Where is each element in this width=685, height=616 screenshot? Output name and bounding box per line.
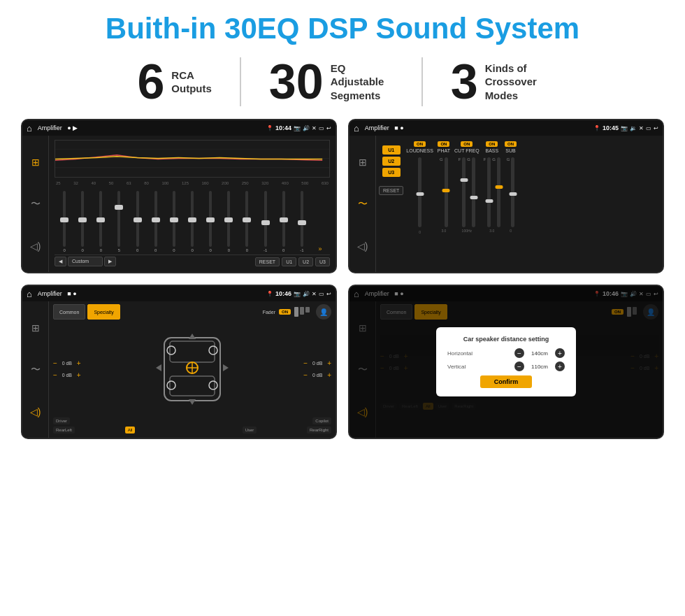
- slider-track-7[interactable]: [173, 191, 175, 247]
- slider-track-12[interactable]: [264, 191, 267, 247]
- vol-plus-rl[interactable]: +: [77, 371, 81, 379]
- sub-slider[interactable]: [509, 192, 517, 196]
- more-label[interactable]: »: [319, 245, 322, 252]
- preset-u2[interactable]: U2: [382, 157, 401, 166]
- slider-track-10[interactable]: [227, 191, 230, 247]
- slider-track-2[interactable]: [81, 191, 84, 247]
- horizontal-plus-button[interactable]: +: [555, 348, 565, 358]
- slider-track-13[interactable]: [282, 191, 285, 247]
- slider-thumb-6[interactable]: [152, 217, 160, 222]
- spk-filter-icon[interactable]: ⊞: [31, 322, 40, 334]
- slider-thumb-3[interactable]: [96, 217, 105, 222]
- slider-thumb-4[interactable]: [115, 205, 123, 210]
- crossover-reset-button[interactable]: RESET: [379, 186, 403, 195]
- slider-track-14[interactable]: [301, 191, 303, 247]
- speaker-home-icon[interactable]: ⌂: [27, 289, 32, 299]
- confirm-button[interactable]: Confirm: [480, 375, 533, 388]
- vol-minus-fl[interactable]: −: [53, 359, 57, 367]
- svg-point-8: [167, 381, 175, 389]
- freq-label-160: 160: [202, 181, 209, 185]
- slider-track-9[interactable]: [209, 191, 212, 247]
- vol-minus-fr[interactable]: −: [303, 359, 308, 367]
- driver-label[interactable]: Driver: [53, 417, 70, 424]
- slider-track-5[interactable]: [136, 191, 139, 247]
- spk-wave-icon[interactable]: 〜: [31, 364, 41, 376]
- loudness-slider[interactable]: [416, 192, 424, 196]
- slider-thumb-13[interactable]: [280, 217, 288, 222]
- next-button[interactable]: ▶: [104, 257, 116, 266]
- eq-wave-icon[interactable]: 〜: [31, 198, 41, 210]
- rearright-label[interactable]: RearRight: [307, 427, 331, 434]
- vertical-minus-button[interactable]: −: [514, 361, 524, 371]
- spk-speaker-icon[interactable]: ◁): [30, 406, 41, 417]
- cutfreq-slider[interactable]: [460, 178, 468, 182]
- u3-button[interactable]: U3: [315, 257, 330, 266]
- sub-ctrl: ON SUB G 0: [505, 141, 517, 233]
- bass-slider[interactable]: [485, 199, 493, 203]
- vol-plus-rr[interactable]: +: [327, 371, 331, 379]
- phat-slider[interactable]: [442, 189, 450, 192]
- sub-on[interactable]: ON: [505, 141, 517, 147]
- bass-slider2[interactable]: [495, 185, 503, 189]
- slider-thumb-2[interactable]: [78, 217, 87, 222]
- slider-track-1[interactable]: [63, 191, 66, 247]
- vol-val-rl: 0 dB: [59, 373, 75, 378]
- vertical-plus-button[interactable]: +: [555, 361, 565, 371]
- avatar-icon[interactable]: 👤: [316, 304, 331, 320]
- preset-u3[interactable]: U3: [382, 168, 401, 177]
- eq-speaker-icon[interactable]: ◁): [30, 241, 41, 252]
- eq-filter-icon[interactable]: ⊞: [31, 157, 40, 168]
- slider-thumb-10[interactable]: [224, 217, 233, 222]
- all-label[interactable]: All: [125, 427, 136, 434]
- cross-wave-icon[interactable]: 〜: [358, 198, 368, 210]
- cutfreq-on[interactable]: ON: [461, 141, 473, 147]
- slider-track-8[interactable]: [191, 191, 194, 247]
- slider-thumb-11[interactable]: [243, 217, 251, 222]
- horizontal-minus-button[interactable]: −: [514, 348, 524, 358]
- slider-thumb-12[interactable]: [261, 220, 270, 225]
- svg-point-6: [167, 346, 175, 354]
- slider-thumb-8[interactable]: [188, 217, 196, 222]
- vol-minus-rr[interactable]: −: [303, 371, 308, 379]
- u1-button[interactable]: U1: [282, 257, 296, 266]
- fader-sliders: [294, 307, 310, 317]
- eq-sidebar: ⊞ 〜 ◁): [22, 136, 49, 272]
- eq-app-label: Amplifier ● ▶: [38, 124, 264, 131]
- vol-icon2: 🔉: [630, 125, 637, 131]
- cross-speaker-icon[interactable]: ◁): [357, 241, 368, 252]
- slider-thumb-14[interactable]: [298, 220, 306, 225]
- cutfreq-slider2[interactable]: [470, 196, 477, 199]
- slider-thumb-9[interactable]: [206, 217, 215, 222]
- slider-track-3[interactable]: [99, 191, 102, 247]
- slider-thumb-1[interactable]: [60, 217, 68, 222]
- prev-button[interactable]: ◀: [55, 257, 66, 266]
- fader-on-badge[interactable]: ON: [279, 309, 291, 315]
- reset-button[interactable]: RESET: [255, 257, 280, 266]
- phat-on[interactable]: ON: [438, 141, 449, 147]
- eq-slider-8: 0: [184, 191, 201, 252]
- vol-minus-rl[interactable]: −: [53, 371, 57, 379]
- u2-button[interactable]: U2: [298, 257, 313, 266]
- stat-crossover-number: 3: [451, 57, 478, 106]
- eq-home-icon[interactable]: ⌂: [27, 123, 32, 134]
- vol-plus-fr[interactable]: +: [327, 359, 331, 367]
- slider-thumb-7[interactable]: [170, 217, 178, 222]
- user-label[interactable]: User: [243, 427, 257, 434]
- vol-plus-fl[interactable]: +: [77, 359, 81, 367]
- preset-u1[interactable]: U1: [382, 145, 401, 155]
- copilot-label[interactable]: Copilot: [312, 417, 331, 424]
- rearleft-label[interactable]: RearLeft: [53, 427, 75, 434]
- eq-status-icons: 📍 10:44 📷 🔊 ✕ ▭ ↩: [266, 124, 331, 131]
- bass-on[interactable]: ON: [486, 141, 498, 147]
- crossover-home-icon[interactable]: ⌂: [354, 123, 359, 134]
- slider-track-4[interactable]: [117, 191, 120, 247]
- speaker-status-icons: 📍 10:46 📷 🔊 ✕ ▭ ↩: [266, 290, 331, 297]
- specialty-tab[interactable]: Specialty: [87, 304, 120, 320]
- eq-freq-labels: 25 32 40 50 63 80 100 125 160 200 250 32…: [55, 180, 330, 186]
- loudness-on[interactable]: ON: [414, 141, 426, 147]
- common-tab[interactable]: Common: [53, 304, 85, 320]
- slider-track-6[interactable]: [154, 191, 157, 247]
- slider-track-11[interactable]: [245, 191, 248, 247]
- cross-filter-icon[interactable]: ⊞: [359, 157, 367, 168]
- slider-thumb-5[interactable]: [134, 217, 142, 222]
